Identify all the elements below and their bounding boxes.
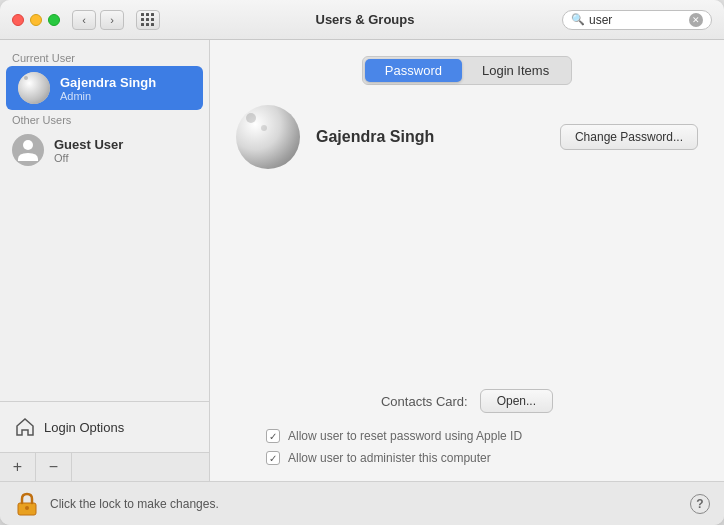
- back-icon: ‹: [82, 14, 86, 26]
- checkbox-label-reset-password: Allow user to reset password using Apple…: [288, 429, 522, 443]
- checkbox-row-admin: Allow user to administer this computer: [266, 451, 668, 465]
- user-display-name: Gajendra Singh: [316, 128, 544, 146]
- grid-view-button[interactable]: [136, 10, 160, 30]
- other-users-section-label: Other Users: [0, 110, 209, 128]
- search-input[interactable]: [589, 13, 685, 27]
- remove-user-button[interactable]: −: [36, 453, 72, 481]
- tabs-container: Password Login Items: [226, 56, 708, 85]
- user-item-guest[interactable]: Guest User Off: [0, 128, 209, 172]
- house-icon: [14, 416, 36, 438]
- titlebar: ‹ › Users & Groups 🔍 ✕: [0, 0, 724, 40]
- window-title: Users & Groups: [168, 12, 562, 27]
- contacts-row: Contacts Card: Open...: [226, 389, 708, 413]
- user-header: Gajendra Singh Change Password...: [226, 105, 708, 169]
- tabs: Password Login Items: [362, 56, 572, 85]
- user-info-gajendra: Gajendra Singh Admin: [60, 75, 156, 102]
- traffic-lights: [12, 14, 60, 26]
- large-avatar-gajendra: [236, 105, 300, 169]
- lock-text: Click the lock to make changes.: [50, 497, 690, 511]
- forward-icon: ›: [110, 14, 114, 26]
- close-button[interactable]: [12, 14, 24, 26]
- sidebar: Current User Gajendra Singh Admin Other …: [0, 40, 210, 481]
- lock-icon[interactable]: [14, 491, 40, 517]
- user-item-gajendra[interactable]: Gajendra Singh Admin: [6, 66, 203, 110]
- checkbox-admin[interactable]: [266, 451, 280, 465]
- help-button[interactable]: ?: [690, 494, 710, 514]
- svg-point-0: [23, 140, 33, 150]
- contacts-card-label: Contacts Card:: [381, 394, 468, 409]
- spacer: [226, 189, 708, 389]
- tab-login-items[interactable]: Login Items: [462, 59, 569, 82]
- forward-button[interactable]: ›: [100, 10, 124, 30]
- login-options-item[interactable]: Login Options: [0, 408, 209, 446]
- change-password-button[interactable]: Change Password...: [560, 124, 698, 150]
- checkbox-row-reset-password: Allow user to reset password using Apple…: [266, 429, 668, 443]
- sidebar-bottom: Login Options: [0, 401, 209, 452]
- user-role-gajendra: Admin: [60, 90, 156, 102]
- sidebar-actions: + −: [0, 452, 209, 481]
- checkbox-label-admin: Allow user to administer this computer: [288, 451, 491, 465]
- nav-buttons: ‹ ›: [72, 10, 124, 30]
- main-window: ‹ › Users & Groups 🔍 ✕ Current User: [0, 0, 724, 525]
- users-list: Current User Gajendra Singh Admin Other …: [0, 40, 209, 401]
- search-bar: 🔍 ✕: [562, 10, 712, 30]
- minimize-button[interactable]: [30, 14, 42, 26]
- avatar-guest: [12, 134, 44, 166]
- main-panel: Password Login Items Gajendra Singh Chan…: [210, 40, 724, 481]
- search-clear-button[interactable]: ✕: [689, 13, 703, 27]
- user-name-gajendra: Gajendra Singh: [60, 75, 156, 90]
- tab-password[interactable]: Password: [365, 59, 462, 82]
- checkboxes-container: Allow user to reset password using Apple…: [226, 429, 708, 465]
- content-area: Current User Gajendra Singh Admin Other …: [0, 40, 724, 481]
- login-options-label: Login Options: [44, 420, 124, 435]
- open-contacts-button[interactable]: Open...: [480, 389, 553, 413]
- current-user-section-label: Current User: [0, 48, 209, 66]
- person-icon: [18, 139, 38, 161]
- bottom-bar: Click the lock to make changes. ?: [0, 481, 724, 525]
- add-user-button[interactable]: +: [0, 453, 36, 481]
- grid-icon: [141, 13, 155, 27]
- user-role-guest: Off: [54, 152, 123, 164]
- avatar-gajendra: [18, 72, 50, 104]
- golf-ball-avatar: [18, 72, 50, 104]
- checkbox-reset-password[interactable]: [266, 429, 280, 443]
- user-info-guest: Guest User Off: [54, 137, 123, 164]
- search-icon: 🔍: [571, 13, 585, 26]
- maximize-button[interactable]: [48, 14, 60, 26]
- back-button[interactable]: ‹: [72, 10, 96, 30]
- svg-point-2: [25, 506, 29, 510]
- user-name-guest: Guest User: [54, 137, 123, 152]
